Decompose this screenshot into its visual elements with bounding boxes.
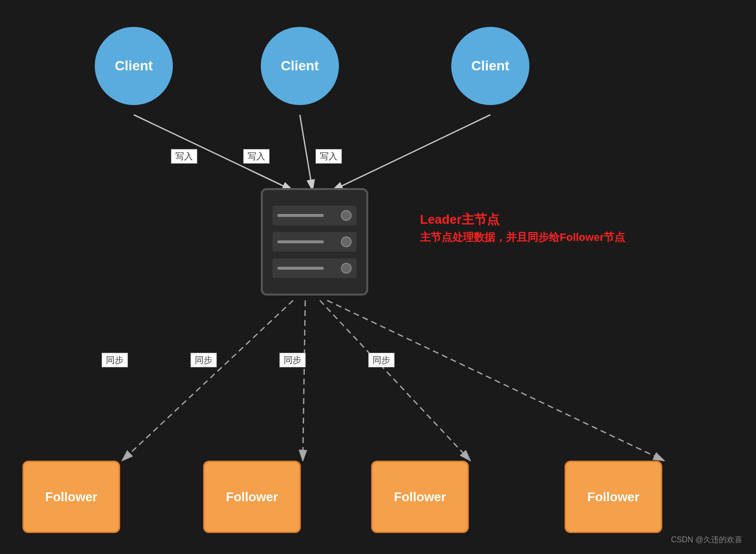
follower-1-label: Follower xyxy=(45,490,98,505)
svg-line-3 xyxy=(300,115,313,191)
client-node-1: Client xyxy=(95,27,173,105)
leader-annotation: Leader主节点 主节点处理数据，并且同步给Follower节点 xyxy=(420,210,625,245)
write-label-3: 写入 xyxy=(315,149,342,164)
sync-label-1: 同步 xyxy=(102,353,128,367)
sync-label-3: 同步 xyxy=(279,353,306,367)
svg-line-6 xyxy=(303,300,305,461)
server-row-3 xyxy=(273,258,357,278)
sync-label-2: 同步 xyxy=(190,353,217,367)
sync-label-4: 同步 xyxy=(368,353,395,367)
client-node-2: Client xyxy=(261,27,339,105)
leader-annotation-line1: Leader主节点 xyxy=(420,210,625,229)
server-row-1 xyxy=(273,206,357,225)
follower-3-label: Follower xyxy=(394,490,446,505)
client-1-label: Client xyxy=(115,58,153,74)
write-label-2: 写入 xyxy=(243,149,270,164)
diagram-container: Client Client Client 写入 写入 写入 Leader主节点 … xyxy=(0,0,756,554)
watermark: CSDN @久违的欢喜 xyxy=(671,535,742,545)
client-2-label: Client xyxy=(281,58,319,74)
svg-line-8 xyxy=(327,300,664,461)
follower-node-1: Follower xyxy=(22,461,120,533)
follower-node-4: Follower xyxy=(565,461,662,533)
follower-node-2: Follower xyxy=(203,461,301,533)
follower-node-3: Follower xyxy=(371,461,469,533)
svg-line-7 xyxy=(320,300,470,461)
svg-line-5 xyxy=(122,300,293,461)
server-disk-1 xyxy=(341,210,352,221)
write-label-1: 写入 xyxy=(171,149,197,164)
svg-line-4 xyxy=(332,115,490,191)
follower-2-label: Follower xyxy=(226,490,278,505)
follower-4-label: Follower xyxy=(588,490,640,505)
server-disk-3 xyxy=(341,263,352,274)
leader-annotation-line2: 主节点处理数据，并且同步给Follower节点 xyxy=(420,229,625,245)
client-3-label: Client xyxy=(471,58,509,74)
client-node-3: Client xyxy=(451,27,529,105)
server-disk-2 xyxy=(341,236,352,247)
leader-server xyxy=(261,188,368,296)
server-row-2 xyxy=(273,232,357,252)
